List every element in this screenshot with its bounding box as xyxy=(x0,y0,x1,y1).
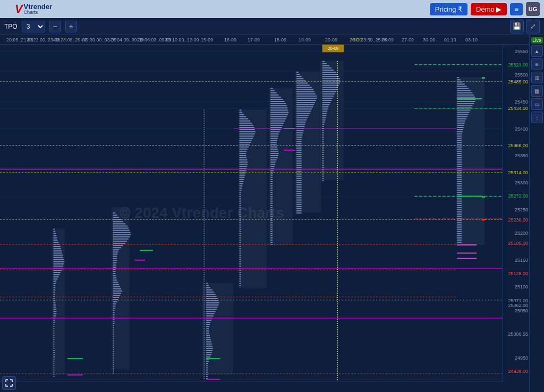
svg-rect-561 xyxy=(457,95,474,96)
svg-rect-419 xyxy=(270,99,283,100)
svg-rect-494 xyxy=(296,87,312,88)
time-axis: 20:05..21-08 20:22:00..23-08 4D:28:08..2… xyxy=(0,35,529,45)
avatar[interactable]: UG xyxy=(526,2,540,16)
svg-rect-489 xyxy=(296,76,302,77)
svg-rect-277 xyxy=(203,359,205,360)
tpo-plus-button[interactable]: + xyxy=(65,21,77,32)
svg-rect-615 xyxy=(457,211,462,212)
svg-rect-78 xyxy=(53,359,54,360)
svg-rect-109 xyxy=(113,260,117,261)
svg-rect-90 xyxy=(113,219,122,220)
svg-rect-351 xyxy=(240,151,247,152)
logo: V Vtrender Charts xyxy=(4,2,63,16)
svg-rect-540 xyxy=(296,186,302,188)
svg-rect-117 xyxy=(113,277,117,278)
svg-rect-520 xyxy=(296,143,302,144)
expand-button[interactable] xyxy=(2,376,16,390)
svg-rect-391 xyxy=(240,237,241,238)
svg-rect-363 xyxy=(240,177,245,178)
svg-rect-403 xyxy=(240,263,241,265)
svg-rect-228 xyxy=(203,252,205,253)
svg-rect-183 xyxy=(203,155,205,156)
menu-button[interactable]: ≡ xyxy=(510,3,523,15)
svg-rect-148 xyxy=(113,345,114,346)
svg-rect-750 xyxy=(337,134,338,135)
svg-rect-250 xyxy=(203,300,205,301)
svg-rect-34 xyxy=(53,263,64,265)
svg-rect-531 xyxy=(296,167,302,168)
svg-rect-487 xyxy=(296,72,299,73)
svg-rect-454 xyxy=(270,175,273,176)
svg-rect-788 xyxy=(337,217,338,218)
svg-rect-585 xyxy=(457,147,462,148)
svg-rect-22 xyxy=(53,237,57,238)
svg-rect-95 xyxy=(113,230,130,231)
svg-rect-320 xyxy=(206,354,211,355)
svg-rect-728 xyxy=(337,87,338,88)
svg-rect-332 xyxy=(240,109,242,110)
svg-rect-72 xyxy=(53,346,54,347)
sidebar-grid-icon[interactable]: ⊞ xyxy=(531,72,543,83)
svg-rect-506 xyxy=(296,113,310,114)
svg-rect-724 xyxy=(337,78,338,79)
svg-rect-666 xyxy=(322,74,337,75)
demo-button[interactable]: Demo ▶ xyxy=(471,3,507,15)
svg-rect-733 xyxy=(337,98,338,99)
svg-rect-213 xyxy=(203,220,205,221)
svg-rect-791 xyxy=(337,223,338,224)
svg-rect-372 xyxy=(240,196,241,197)
save-button[interactable]: 💾 xyxy=(510,20,524,33)
svg-rect-57 xyxy=(53,313,56,314)
svg-rect-548 xyxy=(296,204,302,205)
svg-rect-850 xyxy=(337,351,338,352)
sidebar-grid2-icon[interactable]: ▦ xyxy=(531,85,543,97)
svg-rect-677 xyxy=(322,98,333,99)
svg-rect-306 xyxy=(206,324,210,325)
sidebar-list-icon[interactable]: ≡ xyxy=(531,58,543,70)
price-25071: 25071.00 xyxy=(508,298,528,303)
pricing-button[interactable]: Pricing ₹ xyxy=(430,3,468,15)
svg-rect-817 xyxy=(337,279,338,280)
svg-rect-663 xyxy=(322,67,332,69)
svg-rect-392 xyxy=(240,240,241,241)
svg-rect-94 xyxy=(113,228,129,229)
svg-rect-578 xyxy=(457,131,463,132)
svg-rect-853 xyxy=(337,357,338,359)
svg-rect-377 xyxy=(240,207,241,208)
svg-rect-505 xyxy=(296,110,311,112)
svg-rect-176 xyxy=(203,140,205,141)
svg-rect-99 xyxy=(113,238,129,240)
svg-rect-683 xyxy=(322,110,328,112)
svg-rect-794 xyxy=(337,230,338,231)
fullscreen-button[interactable]: ⤢ xyxy=(526,20,540,33)
svg-rect-274 xyxy=(203,352,205,353)
svg-rect-778 xyxy=(337,195,338,196)
svg-rect-191 xyxy=(203,173,205,174)
svg-rect-657 xyxy=(482,77,485,79)
svg-rect-562 xyxy=(457,97,475,98)
svg-rect-233 xyxy=(203,263,205,265)
svg-rect-586 xyxy=(457,149,462,150)
svg-rect-43 xyxy=(53,283,56,284)
svg-rect-168 xyxy=(203,123,205,124)
chart-area[interactable]: 20:05..21-08 20:22:00..23-08 4D:28:08..2… xyxy=(0,35,529,392)
svg-rect-837 xyxy=(337,323,338,324)
tpo-minus-button[interactable]: − xyxy=(49,21,61,32)
tpo-select[interactable]: 3 5 10 xyxy=(22,21,45,32)
svg-rect-260 xyxy=(203,322,205,323)
svg-rect-240 xyxy=(203,278,205,279)
svg-rect-846 xyxy=(337,343,338,344)
price-24939: 24939.00 xyxy=(508,369,528,374)
svg-rect-412 xyxy=(240,283,241,284)
svg-rect-367 xyxy=(240,185,243,186)
sidebar-options-icon[interactable]: ⋮ xyxy=(531,112,543,123)
svg-rect-112 xyxy=(113,267,116,268)
svg-rect-52 xyxy=(53,302,55,303)
svg-rect-753 xyxy=(337,141,338,142)
sidebar-scroll-up[interactable]: ▲ xyxy=(531,45,543,57)
svg-rect-443 xyxy=(270,151,278,152)
svg-rect-514 xyxy=(296,130,304,131)
sidebar-bar-icon[interactable]: ▭ xyxy=(531,98,543,110)
svg-rect-510 xyxy=(296,122,306,123)
svg-rect-594 xyxy=(457,166,462,167)
